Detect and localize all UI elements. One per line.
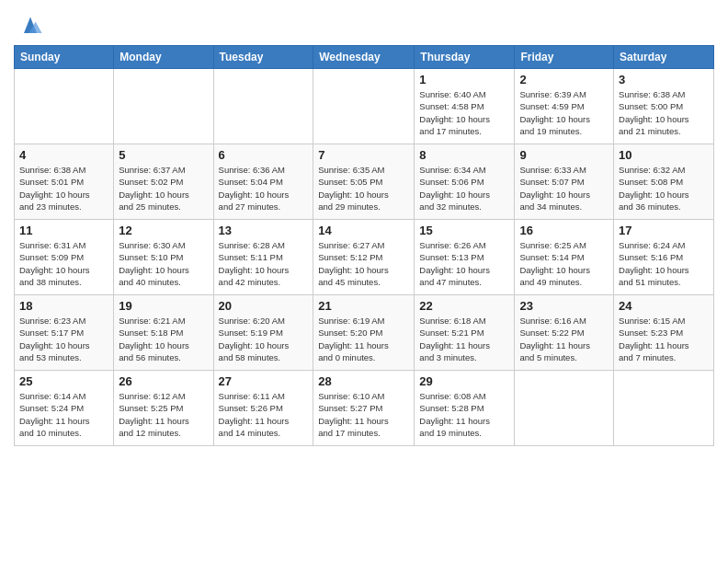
day-cell: 2Sunrise: 6:39 AM Sunset: 4:59 PM Daylig…	[515, 69, 614, 144]
day-info: Sunrise: 6:34 AM Sunset: 5:06 PM Dayligh…	[419, 164, 509, 213]
day-info: Sunrise: 6:20 AM Sunset: 5:19 PM Dayligh…	[219, 315, 309, 363]
day-number: 19	[119, 299, 208, 313]
header	[14, 9, 714, 40]
day-cell: 11Sunrise: 6:31 AM Sunset: 5:09 PM Dayli…	[15, 220, 114, 295]
day-cell: 6Sunrise: 6:36 AM Sunset: 5:04 PM Daylig…	[213, 144, 313, 220]
day-number: 1	[419, 73, 509, 86]
day-number: 2	[519, 73, 609, 86]
day-number: 29	[419, 374, 509, 388]
day-info: Sunrise: 6:35 AM Sunset: 5:05 PM Dayligh…	[318, 164, 409, 213]
day-cell	[515, 371, 614, 446]
week-row-3: 11Sunrise: 6:31 AM Sunset: 5:09 PM Dayli…	[15, 220, 714, 295]
day-cell: 7Sunrise: 6:35 AM Sunset: 5:05 PM Daylig…	[313, 144, 415, 220]
header-cell-wednesday: Wednesday	[313, 46, 415, 69]
logo-icon	[17, 14, 43, 40]
day-cell	[313, 69, 415, 144]
day-cell: 12Sunrise: 6:30 AM Sunset: 5:10 PM Dayli…	[114, 220, 213, 295]
day-cell: 27Sunrise: 6:11 AM Sunset: 5:26 PM Dayli…	[213, 371, 313, 446]
day-cell: 10Sunrise: 6:32 AM Sunset: 5:08 PM Dayli…	[614, 144, 714, 220]
day-number: 24	[619, 299, 709, 313]
header-cell-thursday: Thursday	[415, 46, 515, 69]
day-cell: 22Sunrise: 6:18 AM Sunset: 5:21 PM Dayli…	[415, 295, 515, 371]
day-cell: 24Sunrise: 6:15 AM Sunset: 5:23 PM Dayli…	[614, 295, 714, 371]
week-row-4: 18Sunrise: 6:23 AM Sunset: 5:17 PM Dayli…	[15, 295, 714, 371]
day-info: Sunrise: 6:26 AM Sunset: 5:13 PM Dayligh…	[419, 239, 509, 288]
day-cell	[114, 69, 213, 144]
day-number: 17	[619, 224, 709, 237]
header-cell-sunday: Sunday	[15, 46, 114, 69]
day-cell: 21Sunrise: 6:19 AM Sunset: 5:20 PM Dayli…	[313, 295, 415, 371]
day-number: 6	[219, 148, 309, 162]
day-cell: 14Sunrise: 6:27 AM Sunset: 5:12 PM Dayli…	[313, 220, 415, 295]
day-info: Sunrise: 6:28 AM Sunset: 5:11 PM Dayligh…	[219, 239, 309, 288]
day-number: 16	[519, 224, 609, 237]
day-number: 3	[619, 73, 709, 86]
day-cell: 16Sunrise: 6:25 AM Sunset: 5:14 PM Dayli…	[515, 220, 614, 295]
day-number: 26	[119, 374, 208, 388]
day-cell: 4Sunrise: 6:38 AM Sunset: 5:01 PM Daylig…	[15, 144, 114, 220]
page: SundayMondayTuesdayWednesdayThursdayFrid…	[0, 0, 728, 455]
day-cell	[213, 69, 313, 144]
day-number: 5	[119, 148, 208, 162]
day-cell: 15Sunrise: 6:26 AM Sunset: 5:13 PM Dayli…	[415, 220, 515, 295]
day-cell: 20Sunrise: 6:20 AM Sunset: 5:19 PM Dayli…	[213, 295, 313, 371]
day-number: 12	[119, 224, 208, 237]
day-info: Sunrise: 6:33 AM Sunset: 5:07 PM Dayligh…	[519, 164, 609, 213]
day-number: 15	[419, 224, 509, 237]
day-number: 8	[419, 148, 509, 162]
day-info: Sunrise: 6:25 AM Sunset: 5:14 PM Dayligh…	[519, 239, 609, 288]
day-info: Sunrise: 6:24 AM Sunset: 5:16 PM Dayligh…	[619, 239, 709, 288]
day-cell: 29Sunrise: 6:08 AM Sunset: 5:28 PM Dayli…	[415, 371, 515, 446]
day-cell: 26Sunrise: 6:12 AM Sunset: 5:25 PM Dayli…	[114, 371, 213, 446]
day-info: Sunrise: 6:31 AM Sunset: 5:09 PM Dayligh…	[19, 239, 108, 288]
day-info: Sunrise: 6:40 AM Sunset: 4:58 PM Dayligh…	[419, 88, 509, 137]
day-info: Sunrise: 6:32 AM Sunset: 5:08 PM Dayligh…	[619, 164, 709, 213]
day-cell: 8Sunrise: 6:34 AM Sunset: 5:06 PM Daylig…	[415, 144, 515, 220]
day-info: Sunrise: 6:38 AM Sunset: 5:01 PM Dayligh…	[19, 164, 108, 213]
day-info: Sunrise: 6:36 AM Sunset: 5:04 PM Dayligh…	[219, 164, 309, 213]
day-cell: 5Sunrise: 6:37 AM Sunset: 5:02 PM Daylig…	[114, 144, 213, 220]
day-info: Sunrise: 6:11 AM Sunset: 5:26 PM Dayligh…	[219, 390, 309, 439]
day-number: 25	[19, 374, 108, 388]
day-number: 21	[318, 299, 409, 313]
day-info: Sunrise: 6:38 AM Sunset: 5:00 PM Dayligh…	[619, 88, 709, 137]
day-number: 18	[19, 299, 108, 313]
header-row: SundayMondayTuesdayWednesdayThursdayFrid…	[15, 46, 714, 69]
day-number: 13	[219, 224, 309, 237]
day-cell: 3Sunrise: 6:38 AM Sunset: 5:00 PM Daylig…	[614, 69, 714, 144]
header-cell-saturday: Saturday	[614, 46, 714, 69]
day-info: Sunrise: 6:37 AM Sunset: 5:02 PM Dayligh…	[119, 164, 208, 213]
week-row-1: 1Sunrise: 6:40 AM Sunset: 4:58 PM Daylig…	[15, 69, 714, 144]
day-cell	[614, 371, 714, 446]
week-row-5: 25Sunrise: 6:14 AM Sunset: 5:24 PM Dayli…	[15, 371, 714, 446]
day-cell: 19Sunrise: 6:21 AM Sunset: 5:18 PM Dayli…	[114, 295, 213, 371]
day-info: Sunrise: 6:08 AM Sunset: 5:28 PM Dayligh…	[419, 390, 509, 439]
day-info: Sunrise: 6:16 AM Sunset: 5:22 PM Dayligh…	[519, 315, 609, 363]
day-cell: 9Sunrise: 6:33 AM Sunset: 5:07 PM Daylig…	[515, 144, 614, 220]
day-number: 22	[419, 299, 509, 313]
day-cell: 28Sunrise: 6:10 AM Sunset: 5:27 PM Dayli…	[313, 371, 415, 446]
day-cell: 25Sunrise: 6:14 AM Sunset: 5:24 PM Dayli…	[15, 371, 114, 446]
header-cell-monday: Monday	[114, 46, 213, 69]
day-number: 27	[219, 374, 309, 388]
day-number: 11	[19, 224, 108, 237]
day-info: Sunrise: 6:14 AM Sunset: 5:24 PM Dayligh…	[19, 390, 108, 439]
day-info: Sunrise: 6:10 AM Sunset: 5:27 PM Dayligh…	[318, 390, 409, 439]
week-row-2: 4Sunrise: 6:38 AM Sunset: 5:01 PM Daylig…	[15, 144, 714, 220]
day-info: Sunrise: 6:19 AM Sunset: 5:20 PM Dayligh…	[318, 315, 409, 363]
day-number: 9	[519, 148, 609, 162]
header-cell-friday: Friday	[515, 46, 614, 69]
header-cell-tuesday: Tuesday	[213, 46, 313, 69]
day-info: Sunrise: 6:39 AM Sunset: 4:59 PM Dayligh…	[519, 88, 609, 137]
day-number: 7	[318, 148, 409, 162]
day-cell: 17Sunrise: 6:24 AM Sunset: 5:16 PM Dayli…	[614, 220, 714, 295]
day-cell	[15, 69, 114, 144]
day-cell: 23Sunrise: 6:16 AM Sunset: 5:22 PM Dayli…	[515, 295, 614, 371]
day-number: 20	[219, 299, 309, 313]
day-number: 10	[619, 148, 709, 162]
day-cell: 13Sunrise: 6:28 AM Sunset: 5:11 PM Dayli…	[213, 220, 313, 295]
logo	[14, 14, 43, 40]
day-info: Sunrise: 6:27 AM Sunset: 5:12 PM Dayligh…	[318, 239, 409, 288]
day-info: Sunrise: 6:18 AM Sunset: 5:21 PM Dayligh…	[419, 315, 509, 363]
day-info: Sunrise: 6:12 AM Sunset: 5:25 PM Dayligh…	[119, 390, 208, 439]
